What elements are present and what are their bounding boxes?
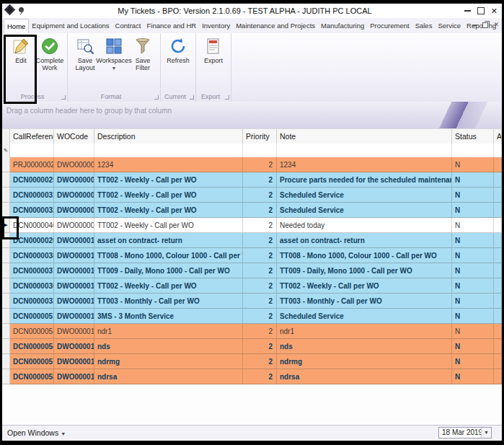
cell-callreference[interactable]: PRJ0000002	[10, 157, 54, 172]
cell-description[interactable]: TT002 - Weekly - Call per WO	[94, 278, 243, 294]
cell-priority[interactable]: 2	[243, 278, 277, 294]
tab-maintenance-and-projects[interactable]: Maintenance and Projects	[233, 19, 318, 33]
row-indicator[interactable]: ▶	[2, 218, 10, 233]
row-indicator[interactable]	[2, 157, 10, 172]
tab-manufacturing[interactable]: Manufacturing	[318, 19, 367, 33]
cell-note[interactable]: nds	[277, 339, 452, 354]
cell-priority[interactable]: 2	[243, 218, 277, 233]
row-indicator[interactable]	[2, 248, 10, 263]
dialog-launcher-icon[interactable]	[190, 95, 194, 100]
cell-description[interactable]: ndr1	[94, 324, 243, 339]
cell-status[interactable]: N	[452, 339, 494, 354]
tab-equipment-and-locations[interactable]: Equipment and Locations	[29, 19, 112, 33]
cell-priority[interactable]: 2	[243, 203, 277, 218]
cell-wocode[interactable]: DWO0000066	[54, 188, 94, 203]
cell-a[interactable]	[494, 248, 502, 263]
cell-callreference[interactable]: DCN0000038	[10, 248, 54, 263]
cell-callreference[interactable]: DCN0000057	[10, 354, 54, 369]
table-row[interactable]: PRJ0000002DWO0000004123421234N	[2, 157, 502, 172]
cell-callreference[interactable]: DCN0000051	[10, 309, 54, 324]
cell-wocode[interactable]: DWO0000133	[54, 309, 94, 324]
cell-priority[interactable]: 2	[243, 354, 277, 369]
cell-description[interactable]: TT002 - Weekly - Call per WO	[94, 203, 243, 218]
table-row[interactable]: DCN0000051DWO00001333MS - 3 Month Servic…	[2, 309, 502, 324]
column-header-callreference[interactable]: CallReference	[10, 129, 54, 144]
column-header-description[interactable]: Description	[94, 129, 243, 144]
cell-callreference[interactable]: DCN0000029	[10, 172, 54, 188]
cell-note[interactable]: asset on contract- return	[277, 233, 452, 248]
row-indicator[interactable]	[2, 233, 10, 248]
cell-priority[interactable]: 2	[243, 263, 277, 278]
row-indicator[interactable]	[2, 263, 10, 278]
tab-contract[interactable]: Contract	[112, 19, 144, 33]
cell-status[interactable]: N	[452, 369, 494, 384]
cell-a[interactable]	[494, 263, 502, 278]
cell-status[interactable]: N	[452, 309, 494, 324]
tab-home[interactable]: Home	[4, 19, 29, 33]
row-indicator[interactable]	[2, 339, 10, 354]
cell-note[interactable]: TT009 - Daily, Mono 1000 - Call per WO	[277, 263, 452, 278]
pin-icon[interactable]	[19, 7, 24, 12]
cell-priority[interactable]: 2	[243, 188, 277, 203]
cell-a[interactable]	[494, 233, 502, 248]
cell-wocode[interactable]: DWO0000138	[54, 324, 94, 339]
cell-wocode[interactable]: DWO0000064	[54, 172, 94, 188]
close-icon[interactable]: ✕	[491, 7, 498, 15]
cell-wocode[interactable]: DWO0000108	[54, 263, 94, 278]
mdi-close-icon[interactable]: ✕	[493, 22, 499, 28]
cell-note[interactable]: Needed today	[277, 218, 452, 233]
table-row[interactable]: DCN0000029DWO0000064TT002 - Weekly - Cal…	[2, 172, 502, 188]
tab-procurement[interactable]: Procurement	[367, 19, 412, 33]
row-indicator[interactable]	[2, 369, 10, 384]
cell-wocode[interactable]: DWO0000110	[54, 294, 94, 309]
cell-priority[interactable]: 2	[243, 294, 277, 309]
row-indicator[interactable]	[2, 294, 10, 309]
cell-callreference[interactable]: DCN0000053	[10, 324, 54, 339]
row-indicator[interactable]	[2, 188, 10, 203]
table-row[interactable]: DCN0000058DWO0000150ndrsa2ndrsaN	[2, 369, 502, 384]
filter-cell-wocode[interactable]	[54, 144, 94, 157]
column-header-status[interactable]: Status	[452, 129, 494, 144]
workspaces-button[interactable]: Workspaces ▼	[100, 35, 128, 71]
cell-wocode[interactable]: DWO0000140	[54, 339, 94, 354]
row-indicator[interactable]	[2, 324, 10, 339]
save-filter-button[interactable]: Save Filter	[128, 35, 157, 72]
cell-note[interactable]: TT008 - Mono 1000, Colour 1000 - Call pe…	[277, 248, 452, 263]
cell-note[interactable]: Procure parts needed for the scheduled m…	[277, 172, 452, 188]
cell-description[interactable]: TT002 - Weekly - Call per WO	[94, 188, 243, 203]
complete-work-button[interactable]: Complete Work	[35, 35, 64, 72]
export-button[interactable]: Export	[199, 35, 228, 64]
table-row[interactable]: DCN0000057DWO0000149ndrmg2ndrmgN	[2, 354, 502, 369]
cell-a[interactable]	[494, 324, 502, 339]
cell-status[interactable]: N	[452, 172, 494, 188]
cell-a[interactable]	[494, 278, 502, 294]
tab-service[interactable]: Service	[435, 19, 464, 33]
filter-cell-description[interactable]	[94, 144, 243, 157]
cell-callreference[interactable]: DCN0000037	[10, 263, 54, 278]
cell-status[interactable]: N	[452, 157, 494, 172]
tab-utilities[interactable]: Utilities	[499, 19, 502, 33]
cell-a[interactable]	[494, 354, 502, 369]
cell-priority[interactable]: 2	[243, 309, 277, 324]
cell-status[interactable]: N	[452, 248, 494, 263]
cell-callreference[interactable]: DCN0000033	[10, 294, 54, 309]
cell-status[interactable]: N	[452, 188, 494, 203]
mdi-restore-icon[interactable]	[482, 22, 488, 28]
row-indicator[interactable]	[2, 354, 10, 369]
cell-note[interactable]: Scheduled Service	[277, 188, 452, 203]
cell-a[interactable]	[494, 339, 502, 354]
maximize-icon[interactable]	[477, 7, 485, 14]
edit-button[interactable]: Edit	[6, 35, 35, 64]
open-windows-button[interactable]: Open Windows▼	[7, 426, 66, 441]
cell-a[interactable]	[494, 218, 502, 233]
mdi-minimize-icon[interactable]	[472, 25, 477, 26]
cell-description[interactable]: ndrsa	[94, 369, 243, 384]
filter-cell-a[interactable]	[494, 144, 502, 157]
refresh-button[interactable]: Refresh	[164, 35, 193, 64]
cell-priority[interactable]: 2	[243, 157, 277, 172]
table-row[interactable]: DCN0000054DWO0000140nds2ndsN	[2, 339, 502, 354]
row-indicator[interactable]	[2, 172, 10, 188]
tab-finance-and-hr[interactable]: Finance and HR	[143, 19, 199, 33]
cell-callreference[interactable]: DCN0000020	[10, 233, 54, 248]
filter-cell-priority[interactable]	[243, 144, 277, 157]
